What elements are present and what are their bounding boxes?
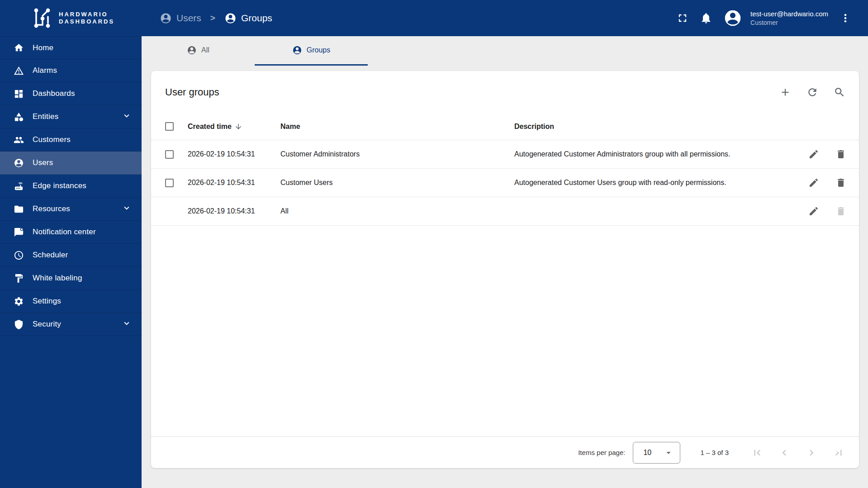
cell-created-time: 2026-02-19 10:54:31 [188, 179, 280, 187]
chevron-down-icon [122, 111, 132, 123]
user-info[interactable]: test-user@hardwario.com Customer [750, 10, 828, 26]
user-groups-card: User groups Created time Name Descriptio… [151, 71, 859, 468]
add-group-button[interactable] [779, 86, 791, 98]
sidebar-item-edge-instances[interactable]: Edge instances [0, 175, 142, 198]
table-empty-area [151, 226, 859, 436]
search-button[interactable] [834, 86, 845, 98]
sort-arrow-down-icon [234, 123, 242, 131]
table-row[interactable]: 2026-02-19 10:54:31 All [151, 197, 859, 226]
sidebar-item-customers[interactable]: Customers [0, 128, 142, 152]
row-checkbox[interactable] [165, 179, 174, 187]
brand-logo[interactable]: HARDWARIO DASHBOARDS [0, 0, 142, 36]
delete-trash-button[interactable] [835, 149, 846, 160]
sidebar-item-scheduler[interactable]: Scheduler [0, 244, 142, 267]
cell-name: All [280, 207, 514, 215]
items-per-page-label: Items per page: [578, 449, 625, 456]
cell-created-time: 2026-02-19 10:54:31 [188, 150, 280, 158]
person-circle-icon [160, 12, 172, 24]
clock-icon [14, 250, 24, 261]
column-header-name[interactable]: Name [280, 123, 514, 131]
column-header-created-time[interactable]: Created time [188, 123, 280, 131]
brand-line2: DASHBOARDS [59, 18, 114, 25]
sidebar-item-home[interactable]: Home [0, 36, 142, 59]
refresh-button[interactable] [806, 86, 818, 98]
items-per-page-value: 10 [643, 449, 664, 457]
notifications-bell-button[interactable] [700, 12, 712, 24]
warning-icon [14, 66, 24, 76]
people-icon [14, 135, 24, 145]
sidebar-item-security[interactable]: Security [0, 313, 142, 336]
person-circle-icon [224, 12, 237, 24]
tab-groups[interactable]: Groups [255, 36, 368, 66]
chevron-down-icon [122, 318, 132, 330]
topbar: Users > Groups test-user@hardwario.com C… [142, 0, 868, 36]
next-page-button [806, 447, 817, 459]
cell-created-time: 2026-02-19 10:54:31 [188, 207, 280, 215]
chevron-down-icon [122, 203, 132, 215]
page-title: User groups [165, 86, 779, 98]
sidebar-item-entities[interactable]: Entities [0, 105, 142, 128]
sidebar-nav: Home Alarms Dashboards Entities Customer… [0, 36, 142, 336]
person-circle-icon [292, 45, 302, 55]
items-per-page-select[interactable]: 10 [633, 442, 680, 464]
sidebar-item-notification-center[interactable]: Notification center [0, 221, 142, 244]
tab-all-label: All [201, 46, 209, 54]
dashboard-icon [14, 89, 24, 99]
breadcrumb-groups[interactable]: Groups [224, 12, 272, 24]
cell-description: Autogenerated Customer Administrators gr… [514, 150, 778, 158]
sidebar-item-dashboards[interactable]: Dashboards [0, 82, 142, 105]
edit-pencil-button[interactable] [808, 149, 819, 160]
paginator: Items per page: 10 1 – 3 of 3 [151, 436, 859, 468]
column-header-description[interactable]: Description [514, 123, 778, 131]
gear-icon [14, 296, 24, 307]
edit-pencil-button[interactable] [808, 177, 819, 188]
user-role: Customer [750, 19, 828, 26]
person-circle-icon [14, 158, 24, 168]
pagination-controls [751, 447, 844, 459]
delete-trash-button-disabled [835, 206, 846, 217]
folder-icon [14, 204, 24, 214]
last-page-button [833, 447, 844, 459]
dropdown-arrow-icon [664, 448, 674, 458]
previous-page-button [778, 447, 790, 459]
tab-all[interactable]: All [142, 36, 255, 66]
breadcrumb-separator: > [210, 13, 215, 23]
home-icon [14, 43, 24, 53]
brand-name: HARDWARIO DASHBOARDS [59, 11, 114, 25]
avatar[interactable] [723, 9, 742, 28]
more-vert-menu-button[interactable] [839, 12, 852, 24]
first-page-button [751, 447, 763, 459]
fullscreen-button[interactable] [676, 12, 689, 24]
sidebar-item-white-labeling[interactable]: White labeling [0, 267, 142, 290]
page-range-label: 1 – 3 of 3 [700, 449, 729, 456]
sidebar-item-settings[interactable]: Settings [0, 290, 142, 313]
category-icon [14, 112, 24, 122]
cell-description: Autogenerated Customer Users group with … [514, 179, 778, 187]
user-email: test-user@hardwario.com [750, 10, 828, 18]
select-all-checkbox[interactable] [165, 122, 174, 131]
sidebar-item-resources[interactable]: Resources [0, 198, 142, 221]
card-header: User groups [151, 71, 859, 113]
card-toolbar [779, 86, 845, 98]
shield-icon [14, 319, 24, 330]
chat-unread-icon [14, 227, 24, 237]
table-row[interactable]: 2026-02-19 10:54:31 Customer Administrat… [151, 140, 859, 169]
tab-groups-label: Groups [307, 46, 330, 54]
table-row[interactable]: 2026-02-19 10:54:31 Customer Users Autog… [151, 169, 859, 197]
table-header-row: Created time Name Description [151, 113, 859, 140]
sidebar: HARDWARIO DASHBOARDS Home Alarms Dashboa… [0, 0, 142, 488]
router-icon [14, 181, 24, 191]
brand-line1: HARDWARIO [59, 11, 114, 18]
breadcrumb-users[interactable]: Users [160, 12, 201, 24]
person-circle-icon [187, 45, 197, 55]
sidebar-item-users[interactable]: Users [0, 152, 142, 175]
sidebar-item-alarms[interactable]: Alarms [0, 59, 142, 82]
edit-pencil-button[interactable] [808, 206, 819, 217]
main-content: All Groups User groups Created time Name… [142, 36, 868, 488]
delete-trash-button[interactable] [835, 177, 846, 188]
row-checkbox[interactable] [165, 150, 174, 159]
paint-icon [14, 273, 24, 284]
breadcrumb: Users > Groups [142, 12, 676, 24]
topbar-actions: test-user@hardwario.com Customer [676, 9, 868, 28]
hardwario-logo-icon [33, 7, 52, 29]
